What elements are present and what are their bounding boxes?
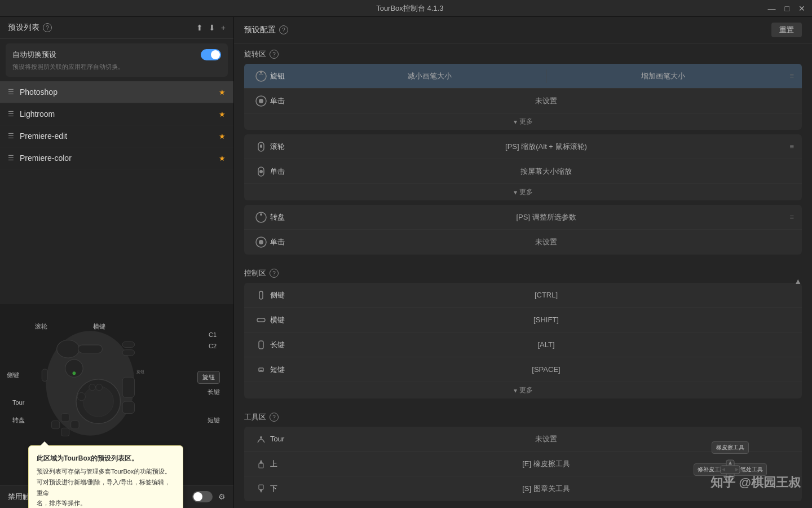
settings-gear-icon[interactable]: ⚙: [218, 492, 226, 501]
export-button[interactable]: ⬆: [196, 23, 203, 32]
preset-item-photoshop[interactable]: ☰ Photoshop ★: [0, 81, 233, 103]
rotary-row[interactable]: 旋钮 减小画笔大小 增加画笔大小 ≡: [244, 64, 802, 89]
preset-item-premiere-edit[interactable]: ☰ Premiere-edit ★: [0, 125, 233, 147]
scroll-wheel-settings-icon[interactable]: ≡: [777, 142, 794, 151]
device-svg: 旋钮: [34, 310, 147, 457]
tooltip-arrow: [40, 441, 49, 446]
haptic-toggle[interactable]: [192, 491, 213, 502]
scroll-wheel-icon: [252, 141, 270, 153]
scroll-wheel-row[interactable]: 滚轮 [PS] 缩放(Alt + 鼠标滚轮) ≡: [244, 134, 802, 159]
rotary-settings-icon[interactable]: ≡: [777, 72, 794, 80]
short-key-name: 短键: [270, 365, 315, 375]
import-button[interactable]: ⬇: [209, 23, 215, 32]
tools-help-icon[interactable]: ?: [270, 413, 279, 422]
svg-point-29: [260, 213, 262, 216]
svg-point-36: [260, 436, 262, 439]
svg-text:旋钮: 旋钮: [136, 370, 144, 374]
tools-section-title: 工具区 ?: [244, 412, 802, 422]
knob-h-action: [SHIFT]: [315, 316, 777, 324]
long-key-icon: [252, 339, 270, 351]
side-key-row[interactable]: 侧键 [CTRL]: [244, 283, 802, 308]
svg-rect-25: [260, 144, 262, 148]
control-section: 控制区 ? 侧键 [CTRL] 横键: [234, 262, 812, 406]
dpad-top-label: 橡皮擦工具: [712, 441, 749, 454]
star-icon-photoshop[interactable]: ★: [219, 88, 226, 97]
maximize-button[interactable]: □: [785, 4, 789, 13]
left-bottom-right: ⚙: [192, 491, 226, 502]
short-key-icon: [252, 364, 270, 376]
scroll-wheel-name: 滚轮: [270, 142, 315, 152]
tooltip-box: 预设配置 此区域为TourBox的预设列表区。 预设列表可存储与管理多套Tour…: [28, 445, 183, 508]
svg-rect-13: [51, 421, 59, 428]
rotary-click-name: 单击: [270, 96, 315, 106]
scroll-click-row[interactable]: 单击 按屏幕大小缩放: [244, 159, 802, 184]
dpad-down-icon: [252, 483, 270, 495]
dial-icon: [252, 211, 270, 224]
dpad-down-name: 下: [270, 484, 315, 494]
svg-point-23: [259, 99, 263, 103]
dial-click-action: 未设置: [315, 237, 777, 247]
svg-marker-37: [259, 460, 263, 463]
scroll-more-row[interactable]: ▾ 更多: [244, 184, 802, 200]
dial-row[interactable]: 转盘 [PS] 调整所选参数 ≡: [244, 205, 802, 230]
preset-list-help-icon[interactable]: ?: [43, 23, 52, 32]
right-panel: 预设配置 ? 重置 旋转区 ? 旋钮 减小画笔大小: [234, 17, 812, 508]
scroll-up-button[interactable]: ▲: [794, 277, 802, 286]
svg-marker-40: [259, 489, 263, 493]
preset-item-premiere-color[interactable]: ☰ Premiere-color ★: [0, 147, 233, 169]
side-key-icon: [252, 289, 270, 301]
control-more-row[interactable]: ▾ 更多: [244, 382, 802, 398]
short-key-label: 短键: [208, 416, 220, 424]
short-key-row[interactable]: 短键 [SPACE]: [244, 357, 802, 382]
scroll-click-action: 按屏幕大小缩放: [315, 167, 777, 177]
scroll-config-table: 滚轮 [PS] 缩放(Alt + 鼠标滚轮) ≡ 单击 按屏幕大小缩放 ▾ 更多: [244, 134, 802, 200]
svg-rect-4: [122, 350, 134, 356]
minimize-button[interactable]: —: [768, 4, 776, 13]
scroll-wheel-action: [PS] 缩放(Alt + 鼠标滚轮): [315, 142, 777, 152]
drag-handle-icon: ☰: [8, 132, 14, 140]
close-button[interactable]: ✕: [798, 4, 805, 13]
titlebar: TourBox控制台 4.1.3 — □ ✕: [0, 0, 812, 17]
svg-rect-32: [259, 291, 263, 299]
preset-list-title: 预设列表 ?: [8, 23, 52, 33]
dial-settings-icon[interactable]: ≡: [777, 213, 794, 221]
svg-rect-11: [61, 414, 69, 422]
drag-handle-icon: ☰: [8, 110, 14, 118]
rotation-section: 旋转区 ? 旋钮 减小画笔大小 增加画笔大小 ≡: [234, 43, 812, 262]
knob-h-row[interactable]: 横键 [SHIFT]: [244, 308, 802, 332]
preset-config-help-icon[interactable]: ?: [279, 25, 288, 34]
control-help-icon[interactable]: ?: [270, 269, 279, 278]
dpad-up-icon: [252, 458, 270, 470]
preset-name-photoshop: Photoshop: [20, 87, 58, 97]
svg-point-15: [77, 392, 85, 400]
scroll-click-name: 单击: [270, 167, 315, 177]
svg-point-7: [83, 386, 113, 417]
scroll-wheel-label: 滚轮: [35, 322, 47, 331]
knob-h-icon: [252, 314, 270, 326]
auto-switch-toggle[interactable]: [201, 49, 221, 60]
auto-switch-label: 自动切换预设: [12, 50, 56, 60]
dial-click-row[interactable]: 单击 未设置: [244, 230, 802, 255]
tour-name: Tour: [270, 435, 315, 443]
preset-item-lightroom[interactable]: ☰ Lightroom ★: [0, 103, 233, 125]
rotary-left-action: 减小画笔大小: [315, 71, 544, 81]
svg-rect-5: [42, 369, 47, 381]
tour-label: Tour: [12, 399, 24, 406]
dial-click-name: 单击: [270, 237, 315, 247]
star-icon-premiere-edit[interactable]: ★: [219, 132, 226, 141]
preset-name-premiere-color: Premiere-color: [20, 154, 72, 163]
rotation-more-row[interactable]: ▾ 更多: [244, 113, 802, 130]
svg-point-27: [259, 170, 263, 173]
svg-rect-41: [259, 485, 263, 489]
long-key-row[interactable]: 长键 [ALT]: [244, 332, 802, 357]
auto-switch-desc: 预设将按照所关联的应用程序自动切换。: [12, 63, 221, 71]
control-section-title: 控制区 ?: [244, 268, 802, 278]
long-key-label: 长键: [208, 388, 220, 396]
reset-button[interactable]: 重置: [771, 23, 802, 37]
rotary-click-row[interactable]: 单击 未设置: [244, 89, 802, 113]
knob-h-name: 横键: [270, 315, 315, 325]
star-icon-premiere-color[interactable]: ★: [219, 154, 226, 163]
star-icon-lightroom[interactable]: ★: [219, 110, 226, 119]
rotation-help-icon[interactable]: ?: [270, 50, 279, 59]
add-preset-button[interactable]: +: [221, 23, 226, 32]
